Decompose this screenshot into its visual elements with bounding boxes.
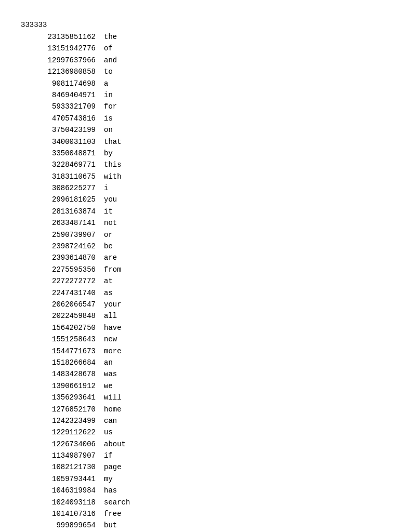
row-number: 1544771673 [21,345,104,357]
row-number: 1276852170 [21,404,104,415]
row-number: 2247431740 [21,287,104,299]
table-row: 1544771673more [21,345,378,357]
row-word: a [104,78,108,89]
row-number: 9081174698 [21,78,104,89]
row-word: an [104,357,113,368]
row-number: 1014107316 [21,508,104,520]
row-word: more [104,345,122,357]
row-word: i [104,182,108,194]
row-number: 1564202750 [21,322,104,334]
row-word: about [104,438,126,450]
row-word: from [104,264,122,275]
row-word: it [104,206,113,217]
table-row: 2275595356from [21,264,378,275]
row-number: 3183110675 [21,171,104,182]
row-word: as [104,287,113,299]
table-row: 1014107316free [21,508,378,520]
row-word: on [104,124,113,136]
row-word: you [104,194,117,205]
row-word: be [104,241,113,252]
row-number: 2813163874 [21,206,104,217]
row-word: has [104,485,117,496]
row-word: with [104,171,122,182]
table-row: 9081174698a [21,78,378,89]
table-row: 2022459848all [21,310,378,322]
row-number: 1356293641 [21,392,104,403]
table-row: 2813163874it [21,206,378,217]
row-number: 2590739907 [21,229,104,241]
row-word: this [104,159,122,170]
table-row: 1276852170home [21,404,378,415]
row-word: have [104,322,122,334]
row-number: 3350048871 [21,148,104,159]
row-word: to [104,66,113,77]
table-row: 2633487141not [21,217,378,229]
row-word: by [104,148,113,159]
table-row: 999899654but [21,520,378,531]
table-row: 5933321709for [21,101,378,112]
row-word: the [104,31,117,43]
row-number: 1518266684 [21,357,104,368]
table-row: 2996181025you [21,194,378,205]
table-row: 12997637966and [21,55,378,66]
row-number: 1059793441 [21,473,104,485]
row-number: 1134987907 [21,450,104,461]
row-number: 1024093118 [21,497,104,508]
table-row: 1134987907if [21,450,378,461]
table-row: 1082121730page [21,461,378,473]
row-number: 3400031103 [21,136,104,148]
table-row: 2272272772at [21,275,378,287]
row-word: that [104,136,122,148]
row-word: your [104,299,122,310]
table-row: 1390661912we [21,380,378,392]
row-word: not [104,217,117,229]
row-number: 1226734006 [21,438,104,450]
row-number: 12997637966 [21,55,104,66]
table-row: 2247431740as [21,287,378,299]
row-number: 1046319984 [21,485,104,496]
table-row: 1046319984has [21,485,378,496]
row-number: 2398724162 [21,241,104,252]
row-word: are [104,252,117,263]
row-number: 1242323499 [21,415,104,427]
table-row: 1242323499can [21,415,378,427]
row-number: 2393614870 [21,252,104,263]
data-table: 23135851162the13151942776of12997637966an… [21,31,378,532]
table-row: 2398724162be [21,241,378,252]
row-number: 4705743816 [21,113,104,124]
table-row: 23135851162the [21,31,378,43]
row-number: 12136980858 [21,66,104,77]
row-word: we [104,380,113,392]
row-number: 8469404971 [21,89,104,101]
table-row: 1059793441my [21,473,378,485]
table-row: 1551258643new [21,334,378,345]
row-word: page [104,461,122,473]
row-number: 2275595356 [21,264,104,275]
table-row: 3183110675with [21,171,378,182]
row-number: 1082121730 [21,461,104,473]
table-row: 2062066547your [21,299,378,310]
row-word: can [104,415,117,427]
row-number: 2022459848 [21,310,104,322]
row-word: search [104,497,130,508]
top-number: 333333 [21,21,378,29]
row-number: 2062066547 [21,299,104,310]
table-row: 3750423199on [21,124,378,136]
row-word: new [104,334,117,345]
row-number: 5933321709 [21,101,104,112]
row-number: 2996181025 [21,194,104,205]
row-number: 999899654 [21,520,104,531]
row-word: of [104,43,113,54]
row-word: or [104,229,113,241]
row-word: us [104,427,113,438]
table-row: 12136980858to [21,66,378,77]
row-number: 3750423199 [21,124,104,136]
row-word: was [104,368,117,380]
row-word: home [104,404,122,415]
row-word: is [104,113,113,124]
table-row: 3228469771this [21,159,378,170]
row-word: if [104,450,113,461]
table-row: 1518266684an [21,357,378,368]
row-word: at [104,275,113,287]
row-number: 3228469771 [21,159,104,170]
